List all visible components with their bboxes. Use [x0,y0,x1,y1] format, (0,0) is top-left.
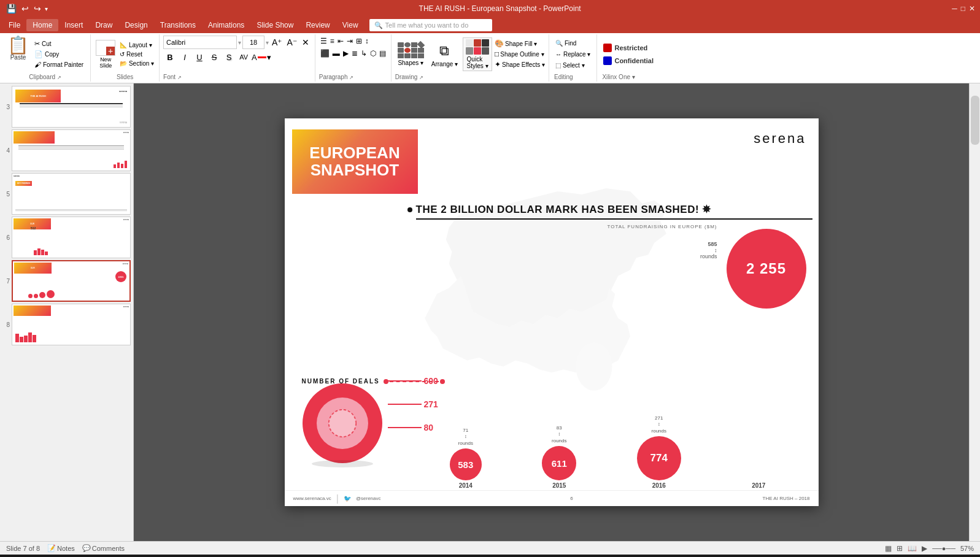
year-col-2017: 2017 [741,422,776,489]
decrease-font-button[interactable]: A⁻ [285,37,298,47]
year-2015-value: 611 [552,458,567,469]
menu-animations[interactable]: Animations [202,19,250,31]
close-button[interactable]: ✕ [969,4,975,13]
menu-home[interactable]: Home [26,19,58,31]
shape-effects-button[interactable]: ✦ Shape Effects ▾ [495,60,545,69]
year-2016-value: 774 [650,452,668,464]
convert-to-column-button[interactable]: ▤ [378,48,387,59]
top-rounds-label: rounds [700,253,717,259]
slide-thumb-6[interactable]: 6 EUR serena 512 [2,217,131,258]
view-slide-sorter[interactable]: ⊞ [897,544,903,553]
slide-num-5: 5 [2,191,10,198]
justify-button[interactable]: ≣ [350,48,359,59]
reset-button[interactable]: ↺ Reset [118,50,155,58]
comments-button[interactable]: 💬Comments [82,544,125,552]
slide-num-4: 4 [2,147,10,154]
year-col-2014: 71↕rounds 583 2014 [450,428,482,489]
underline-button[interactable]: U [193,50,206,64]
redo-button[interactable]: ↪ [33,2,42,15]
format-painter-button[interactable]: 🖌Format Painter [33,60,85,69]
font-size-input[interactable] [242,36,264,49]
notes-button[interactable]: 📝Notes [47,544,75,552]
menu-design[interactable]: Design [118,19,153,31]
scrollbar-thumb[interactable] [971,96,979,145]
clear-format-button[interactable]: ✕ [300,37,311,47]
footer-copyright: THE AI RUSH – 2018 [763,496,810,501]
classification-group: Restricted Confidential Xilinx One ▾ [597,34,671,82]
spacing-button[interactable]: AV [237,50,250,64]
numbering-button[interactable]: ≡ [329,36,336,47]
confidential-badge[interactable]: Confidential [602,55,666,66]
slide-title: EUROPEAN SNAPSHOT [307,142,402,181]
smart-art-button[interactable]: ⬡ [369,48,377,59]
text-direction-button[interactable]: ↳ [360,48,368,59]
menu-insert[interactable]: Insert [58,19,89,31]
layout-button[interactable]: 📐 Layout ▾ [118,41,155,49]
minimize-button[interactable]: ─ [952,4,957,13]
menu-view[interactable]: View [336,19,365,31]
replace-button[interactable]: ↔ Replace ▾ [554,50,592,59]
increase-font-button[interactable]: A⁺ [270,37,284,47]
headline-content: THE 2 BILLION DOLLAR MARK HAS BEEN SMASH… [416,203,711,216]
bold-button[interactable]: B [163,50,177,64]
section-button[interactable]: 📂 Section ▾ [118,60,155,67]
shape-fill-button[interactable]: 🎨 Shape Fill ▾ [495,39,545,48]
increase-indent-button[interactable]: ⇥ [345,36,354,47]
slide-num-3: 3 [2,104,10,110]
menu-review[interactable]: Review [299,19,336,31]
quick-access-toolbar: 💾 ↩ ↪ ▾ [5,2,48,15]
year-col-2016: 271↕rounds 774 2016 [637,415,681,489]
align-left-button[interactable]: ⬛ [319,48,331,59]
window-controls: ─ □ ✕ [952,4,975,13]
menu-draw[interactable]: Draw [89,19,118,31]
view-slideshow[interactable]: ▶ [922,544,927,553]
tell-me-box[interactable]: 🔍 Tell me what you want to do [369,19,492,31]
shadow-button[interactable]: S [222,50,236,64]
slide-thumb-4[interactable]: 4 serena [2,129,131,171]
footer-page: 6 [570,496,573,501]
slide-thumb-7[interactable]: 7 EUR serena 2255 [2,260,131,302]
zoom-slider[interactable]: ──●── [932,545,955,552]
quick-styles-button[interactable]: QuickStyles ▾ [463,37,492,71]
new-slide-button[interactable]: + NewSlide [95,39,117,70]
select-button[interactable]: ⬚ Select ▾ [554,61,592,70]
menu-transitions[interactable]: Transitions [154,19,202,31]
save-button[interactable]: 💾 [5,2,18,15]
font-name-input[interactable] [163,36,237,49]
view-normal[interactable]: ▦ [885,544,892,553]
slide-canvas[interactable]: EUROPEAN SNAPSHOT serena THE 2 BILLION D… [285,118,819,506]
paste-button[interactable]: 📋 Paste [5,36,31,72]
align-center-button[interactable]: ▬ [331,48,341,59]
copy-button[interactable]: 📄Copy [33,50,85,59]
undo-button[interactable]: ↩ [20,2,30,15]
maximize-button[interactable]: □ [961,4,965,13]
cut-button[interactable]: ✂Cut [33,39,85,48]
qa-dropdown[interactable]: ▾ [45,6,48,12]
shapes-button[interactable]: Shapes ▾ [395,41,426,67]
slide-thumb-3[interactable]: 3 THE AI RUSH serena SERENA [2,86,131,128]
arrange-button[interactable]: ⧉ Arrange ▾ [429,40,460,69]
footer-website: www.serenaca.vc [293,496,331,501]
year-2016-label: 2016 [652,482,666,489]
menu-slideshow[interactable]: Slide Show [250,19,299,31]
line-spacing-button[interactable]: ↕ [364,36,370,47]
decrease-indent-button[interactable]: ⇤ [336,36,345,47]
slide-thumb-5[interactable]: 5 serena KEY FINDINGS [2,173,131,215]
italic-button[interactable]: I [178,50,191,64]
editing-group: 🔍 Find ↔ Replace ▾ ⬚ Select ▾ Editing [549,34,597,82]
shape-outline-button[interactable]: □ Shape Outline ▾ [495,50,545,58]
find-button[interactable]: 🔍 Find [554,39,592,48]
strikethrough-button[interactable]: S [207,50,221,64]
bullets-button[interactable]: ☰ [319,36,328,47]
font-color-dropdown[interactable]: A ▾ [252,53,271,62]
view-reading[interactable]: 📖 [908,544,917,553]
restricted-badge[interactable]: Restricted [602,42,666,53]
years-row: 71↕rounds 583 2014 83↕rounds 611 2015 [420,415,806,489]
tell-me-input[interactable]: Tell me what you want to do [385,21,469,29]
slide-thumb-8[interactable]: 8 serena [2,304,131,345]
columns-button[interactable]: ⊞ [355,36,363,47]
align-right-button[interactable]: ▶ [342,48,350,59]
confidential-label: Confidential [614,57,654,64]
menu-file[interactable]: File [2,19,26,31]
paragraph-group: ☰ ≡ ⇤ ⇥ ⊞ ↕ ⬛ ▬ ▶ ≣ ↳ ⬡ ▤ Paragraph ↗ [315,34,392,82]
